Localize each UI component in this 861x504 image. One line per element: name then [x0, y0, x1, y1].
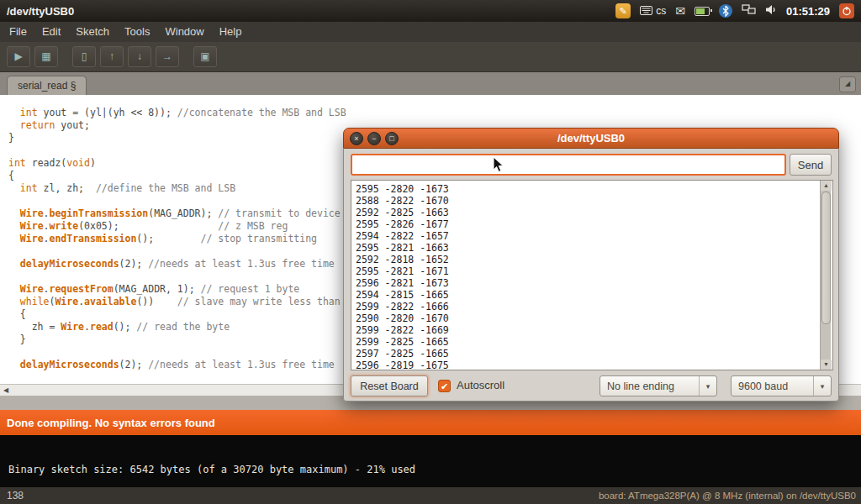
chevron-down-icon [813, 376, 831, 396]
menu-edit[interactable]: Edit [34, 22, 68, 42]
serial-line: 2595 -2821 -1671 [356, 265, 832, 277]
autoscroll-checkbox[interactable] [438, 380, 451, 392]
network-icon[interactable] [742, 3, 756, 18]
tab-menu-button[interactable] [839, 76, 856, 92]
line-ending-select[interactable]: No line ending [600, 375, 717, 396]
menu-help[interactable]: Help [212, 22, 250, 42]
tab-serial-read[interactable]: serial_read § [7, 76, 87, 95]
serial-monitor-window: ×−□ /dev/ttyUSB0 Send 2595 -2820 -167325… [343, 128, 839, 402]
serial-line: 2595 -2821 -1663 [356, 242, 832, 254]
upload-button[interactable]: → [156, 46, 179, 67]
menubar: FileEditSketchToolsWindowHelp [0, 22, 861, 42]
session-menu-icon[interactable] [839, 3, 854, 18]
scroll-up-icon[interactable] [821, 181, 832, 191]
screen: /dev/ttyUSB0 cs 01:51:29 [0, 0, 861, 504]
new-sketch-button[interactable]: ▯ [72, 46, 96, 67]
serial-controls-row: Reset Board Autoscroll No line ending 96… [351, 375, 832, 397]
autoscroll-label: Autoscroll [457, 379, 504, 391]
window-title: /dev/ttyUSB0 [7, 5, 74, 18]
scrollbar-thumb[interactable] [821, 192, 831, 324]
compile-status-text: Done compiling. No syntax errors found [7, 417, 215, 429]
menu-sketch[interactable]: Sketch [68, 22, 117, 42]
code-line: int yout = (yl|(yh << 8)); //concatenate… [8, 107, 861, 119]
serial-line: 2594 -2815 -1665 [356, 289, 832, 301]
send-button[interactable]: Send [790, 154, 832, 176]
top-panel: /dev/ttyUSB0 cs 01:51:29 [0, 0, 861, 22]
menu-tools[interactable]: Tools [117, 22, 157, 42]
serial-monitor-titlebar[interactable]: ×−□ /dev/ttyUSB0 [343, 128, 839, 149]
minimize-button[interactable]: − [367, 132, 381, 145]
line-number: 138 [7, 490, 24, 501]
serial-monitor-title: /dev/ttyUSB0 [344, 129, 838, 149]
serial-monitor-button[interactable]: ▣ [193, 46, 217, 67]
scroll-down-icon[interactable] [821, 360, 832, 370]
reset-board-button[interactable]: Reset Board [351, 375, 428, 396]
serial-line: 2596 -2819 -1675 [356, 360, 832, 370]
serial-line: 2595 -2826 -1677 [356, 218, 832, 230]
serial-line: 2599 -2825 -1665 [356, 336, 832, 348]
tabbar: serial_read § [0, 72, 861, 95]
save-button[interactable]: ↓ [128, 46, 151, 67]
board-info: board: ATmega328P(A) @ 8 MHz (internal) … [599, 491, 856, 501]
bottom-statusbar: 138 board: ATmega328P(A) @ 8 MHz (intern… [0, 487, 861, 504]
baud-value: 9600 baud [732, 381, 813, 392]
mail-icon[interactable] [675, 3, 685, 18]
maximize-button[interactable]: □ [385, 132, 399, 145]
clock[interactable]: 01:51:29 [786, 5, 830, 18]
serial-line: 2592 -2825 -1663 [356, 207, 832, 218]
volume-icon[interactable] [765, 3, 777, 18]
baud-select[interactable]: 9600 baud [731, 375, 832, 396]
serial-line: 2594 -2822 -1657 [356, 230, 832, 242]
keyboard-layout-label: cs [656, 5, 666, 17]
close-button[interactable]: × [350, 132, 363, 145]
keyboard-layout-indicator[interactable]: cs [640, 3, 666, 18]
serial-line: 2596 -2821 -1673 [356, 277, 832, 289]
mouse-cursor [493, 156, 504, 173]
window-controls: ×−□ [350, 132, 399, 145]
battery-icon[interactable] [695, 7, 710, 16]
serial-line: 2595 -2820 -1673 [356, 183, 832, 195]
chevron-down-icon [699, 376, 716, 396]
bluetooth-icon[interactable] [719, 4, 732, 18]
serial-line: 2599 -2822 -1669 [356, 324, 832, 336]
stop-button[interactable]: ▦ [34, 46, 58, 67]
console-text: Binary sketch size: 6542 bytes (of a 307… [8, 464, 415, 475]
serial-line: 2588 -2822 -1670 [356, 195, 832, 207]
open-button[interactable]: ↑ [100, 46, 124, 67]
verify-button[interactable]: ▶ [7, 46, 30, 67]
serial-line: 2599 -2822 -1666 [356, 301, 832, 312]
compose-indicator-icon[interactable] [615, 3, 631, 18]
scroll-left-icon[interactable] [3, 387, 8, 394]
serial-line: 2597 -2825 -1665 [356, 348, 832, 360]
menu-window[interactable]: Window [157, 22, 211, 42]
serial-output[interactable]: 2595 -2820 -16732588 -2822 -16702592 -28… [351, 180, 833, 370]
serial-line: 2590 -2820 -1670 [356, 312, 832, 324]
serial-line: 2592 -2818 -1652 [356, 254, 832, 265]
serial-monitor-body: Send 2595 -2820 -16732588 -2822 -1670259… [343, 149, 839, 402]
line-ending-value: No line ending [600, 381, 699, 392]
keyboard-icon [640, 3, 652, 18]
serial-scrollbar[interactable] [820, 181, 831, 370]
toolbar: ▶▦▯↑↓→▣ [0, 42, 861, 72]
serial-input[interactable] [351, 154, 786, 176]
compile-status-bar: Done compiling. No syntax errors found [0, 410, 861, 435]
system-tray: cs 01:51:29 [615, 3, 854, 18]
build-console: Binary sketch size: 6542 bytes (of a 307… [0, 435, 861, 487]
menu-file[interactable]: File [2, 22, 34, 42]
